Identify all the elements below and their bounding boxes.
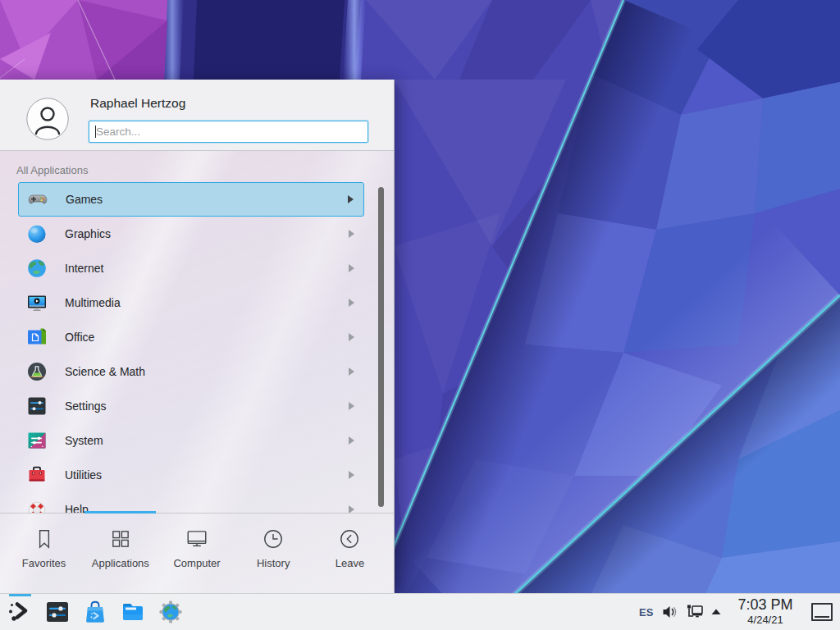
submenu-arrow-icon bbox=[349, 436, 354, 445]
system-sliders-icon bbox=[26, 430, 48, 451]
category-item-science-math[interactable]: Science & Math bbox=[18, 354, 364, 389]
leave-circle-icon bbox=[338, 527, 361, 550]
taskbar-globe-gear-icon[interactable] bbox=[158, 600, 183, 624]
taskbar-discover-bag-icon[interactable] bbox=[83, 600, 107, 624]
category-list: Games Graphics Internet Multimedia Offic… bbox=[18, 182, 364, 513]
clock-time: 7:03 PM bbox=[727, 596, 804, 614]
taskbar-kde-launcher-icon[interactable] bbox=[7, 600, 32, 624]
keyboard-layout-indicator[interactable]: ES bbox=[639, 594, 653, 630]
footer-divider bbox=[0, 513, 394, 514]
user-avatar-icon[interactable] bbox=[26, 98, 69, 140]
tab-favorites[interactable]: Favorites bbox=[6, 519, 82, 588]
network-icon[interactable] bbox=[685, 603, 705, 621]
submenu-arrow-icon bbox=[349, 368, 354, 376]
submenu-arrow-icon bbox=[349, 333, 354, 341]
tab-applications[interactable]: Applications bbox=[82, 519, 158, 588]
taskbar-panel: ES 7:03 PM 4/24/21 bbox=[0, 593, 840, 630]
digital-clock[interactable]: 7:03 PM 4/24/21 bbox=[727, 596, 804, 627]
taskbar-apps bbox=[7, 600, 183, 624]
launcher-active-indicator bbox=[9, 594, 31, 596]
application-launcher: Raphael Hertzog All Applications Games G… bbox=[0, 80, 395, 593]
science-flask-icon bbox=[26, 361, 48, 382]
submenu-arrow-icon bbox=[348, 195, 354, 203]
submenu-arrow-icon bbox=[349, 264, 354, 272]
category-item-office[interactable]: Office bbox=[18, 320, 364, 354]
submenu-arrow-icon bbox=[349, 471, 354, 479]
search-input[interactable] bbox=[89, 121, 368, 143]
category-item-settings[interactable]: Settings bbox=[18, 389, 364, 423]
category-item-graphics[interactable]: Graphics bbox=[18, 217, 364, 251]
settings-sliders-icon bbox=[26, 395, 48, 417]
launcher-header: Raphael Hertzog bbox=[0, 80, 394, 151]
category-item-multimedia[interactable]: Multimedia bbox=[18, 285, 364, 320]
toolbox-icon bbox=[26, 464, 48, 486]
bookmark-icon bbox=[33, 527, 56, 550]
submenu-arrow-icon bbox=[349, 505, 354, 513]
tab-leave[interactable]: Leave bbox=[312, 519, 388, 588]
user-name: Raphael Hertzog bbox=[90, 96, 185, 111]
expand-tray-caret-icon[interactable] bbox=[709, 605, 724, 617]
section-label: All Applications bbox=[16, 164, 88, 176]
lifebuoy-icon bbox=[26, 499, 48, 513]
launcher-tab-bar: Favorites Applications Computer History … bbox=[6, 519, 388, 588]
scrollbar-thumb[interactable] bbox=[378, 187, 384, 507]
taskbar-system-settings-icon[interactable] bbox=[45, 600, 70, 624]
multimedia-monitor-icon bbox=[26, 292, 48, 313]
tab-computer[interactable]: Computer bbox=[158, 519, 235, 588]
tab-history[interactable]: History bbox=[235, 519, 312, 588]
submenu-arrow-icon bbox=[349, 299, 354, 307]
clock-date: 4/24/21 bbox=[727, 614, 804, 627]
category-item-help[interactable]: Help bbox=[18, 492, 364, 513]
active-tab-indicator bbox=[84, 511, 156, 514]
history-clock-icon bbox=[262, 527, 285, 550]
volume-icon[interactable] bbox=[661, 604, 679, 620]
globe-icon bbox=[26, 258, 48, 279]
office-documents-icon bbox=[26, 326, 48, 348]
category-item-system[interactable]: System bbox=[18, 423, 364, 458]
computer-monitor-icon bbox=[185, 527, 208, 550]
gamepad-icon bbox=[27, 189, 48, 210]
apps-grid-icon bbox=[109, 527, 132, 550]
submenu-arrow-icon bbox=[349, 402, 354, 410]
taskbar-folder-icon[interactable] bbox=[121, 600, 145, 624]
submenu-arrow-icon bbox=[349, 230, 354, 238]
text-cursor bbox=[95, 126, 96, 138]
paint-sphere-icon bbox=[26, 223, 48, 244]
show-desktop-button[interactable] bbox=[811, 603, 833, 621]
category-item-utilities[interactable]: Utilities bbox=[18, 458, 364, 492]
category-item-games[interactable]: Games bbox=[18, 182, 364, 217]
category-item-internet[interactable]: Internet bbox=[18, 251, 364, 285]
